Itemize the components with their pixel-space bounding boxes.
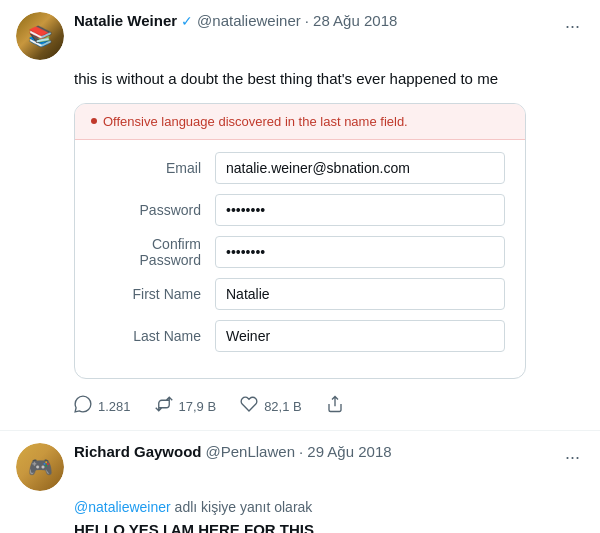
email-label: Email: [95, 160, 215, 176]
retweet-count-1: 17,9 B: [179, 399, 217, 414]
reply-to-label: @natalieweiner adlı kişiye yanıt olarak: [74, 499, 584, 515]
confirm-password-label: Confirm Password: [95, 236, 215, 268]
last-name-label: Last Name: [95, 328, 215, 344]
user-handle-1[interactable]: @natalieweiner: [197, 12, 301, 29]
confirm-password-row: Confirm Password: [95, 236, 505, 268]
tweet-2-meta: Richard Gaywood @PenLlawen · 29 Ağu 2018: [74, 443, 551, 460]
reply-to-handle[interactable]: @natalieweiner: [74, 499, 171, 515]
avatar-natalie[interactable]: 📚: [16, 12, 64, 60]
tweet-date-2: · 29 Ağu 2018: [299, 443, 392, 460]
like-action-1[interactable]: 82,1 B: [240, 395, 302, 418]
avatar-richard[interactable]: 🎮: [16, 443, 64, 491]
tweet-1-text: this is without a doubt the best thing t…: [74, 68, 584, 91]
tweet-1-user-row: Natalie Weiner ✓ @natalieweiner · 28 Ağu…: [74, 12, 551, 29]
more-options-button-2[interactable]: ···: [561, 443, 584, 472]
password-row: Password: [95, 194, 505, 226]
tweet-1: 📚 Natalie Weiner ✓ @natalieweiner · 28 A…: [0, 0, 600, 431]
error-banner: Offensive language discovered in the las…: [75, 104, 525, 140]
first-name-input[interactable]: [215, 278, 505, 310]
tweet-date-1: · 28 Ağu 2018: [305, 12, 398, 29]
password-input[interactable]: [215, 194, 505, 226]
tweet-1-meta: Natalie Weiner ✓ @natalieweiner · 28 Ağu…: [74, 12, 551, 29]
last-name-input[interactable]: [215, 320, 505, 352]
tweet-2-user-row: Richard Gaywood @PenLlawen · 29 Ağu 2018: [74, 443, 551, 460]
reply-icon-1: [74, 395, 92, 418]
form-body: Email Password Confirm Password First Na…: [75, 140, 525, 378]
first-name-label: First Name: [95, 286, 215, 302]
password-label: Password: [95, 202, 215, 218]
error-message: Offensive language discovered in the las…: [103, 114, 408, 129]
share-icon-1: [326, 395, 344, 418]
form-card: Offensive language discovered in the las…: [74, 103, 526, 379]
tweet-2-text: HELLO YES I AM HERE FOR THIS: [74, 519, 584, 534]
share-action-1[interactable]: [326, 395, 344, 418]
reply-count-1: 1.281: [98, 399, 131, 414]
tweet-1-header: 📚 Natalie Weiner ✓ @natalieweiner · 28 A…: [16, 12, 584, 60]
like-count-1: 82,1 B: [264, 399, 302, 414]
error-dot: [91, 118, 97, 124]
user-name-2[interactable]: Richard Gaywood: [74, 443, 202, 460]
email-input[interactable]: [215, 152, 505, 184]
retweet-icon-1: [155, 395, 173, 418]
tweet-1-actions: 1.281 17,9 B 82,1 B: [74, 391, 584, 418]
tweet-2-header: 🎮 Richard Gaywood @PenLlawen · 29 Ağu 20…: [16, 443, 584, 491]
verified-icon-1: ✓: [181, 13, 193, 29]
retweet-action-1[interactable]: 17,9 B: [155, 395, 217, 418]
last-name-row: Last Name: [95, 320, 505, 352]
user-handle-2[interactable]: @PenLlawen: [206, 443, 295, 460]
first-name-row: First Name: [95, 278, 505, 310]
reply-action-1[interactable]: 1.281: [74, 395, 131, 418]
tweet-2: 🎮 Richard Gaywood @PenLlawen · 29 Ağu 20…: [0, 431, 600, 534]
confirm-password-input[interactable]: [215, 236, 505, 268]
more-options-button-1[interactable]: ···: [561, 12, 584, 41]
email-row: Email: [95, 152, 505, 184]
user-name-1[interactable]: Natalie Weiner: [74, 12, 177, 29]
like-icon-1: [240, 395, 258, 418]
